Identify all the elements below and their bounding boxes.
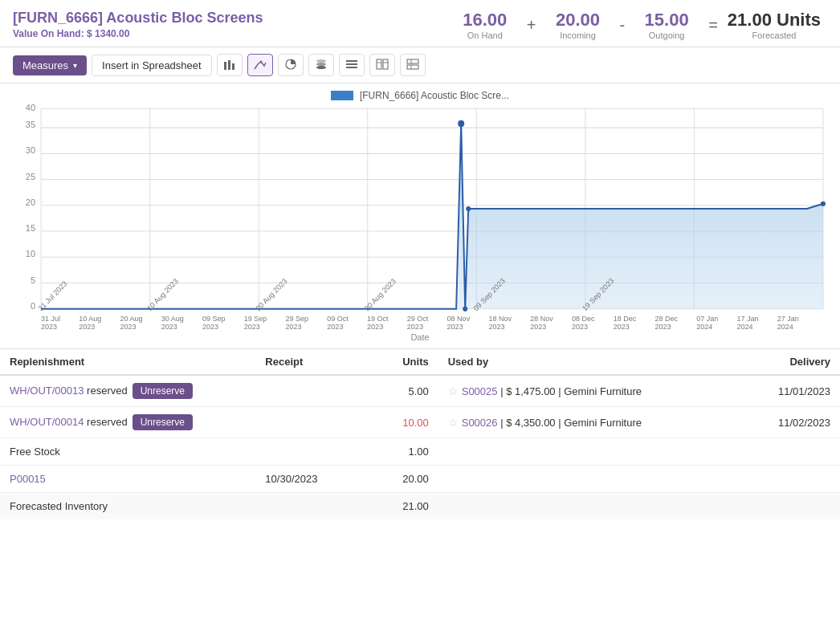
bar-chart-icon	[223, 59, 236, 72]
units-cell: 21.00	[365, 493, 438, 520]
unreserve-button[interactable]: Unreserve	[133, 414, 193, 430]
data-table: Replenishment Receipt Units Used by Deli…	[0, 348, 840, 519]
col-replenishment: Replenishment	[0, 349, 255, 376]
table-row: WH/OUT/00014 reservedUnreserve10.00☆S000…	[0, 407, 840, 438]
table-row: Forecasted Inventory21.00	[0, 493, 840, 520]
used-by-cell: ☆S00025 | $ 1,475.00 | Gemini Furniture	[438, 375, 731, 407]
measures-label: Measures	[22, 59, 68, 71]
svg-text:0: 0	[31, 301, 35, 311]
svg-point-6	[316, 63, 326, 66]
svg-point-5	[316, 66, 326, 69]
insert-spreadsheet-button[interactable]: Insert in Spreadsheet	[92, 55, 212, 76]
incoming-label: Incoming	[545, 31, 610, 40]
pivot1-icon	[376, 59, 389, 72]
replenishment-link[interactable]: WH/OUT/00013	[10, 385, 84, 397]
svg-rect-1	[228, 60, 230, 70]
end-dot	[821, 202, 826, 206]
on-hand-value: 16.00	[453, 10, 517, 31]
line-chart-icon	[254, 59, 267, 72]
replenishment-cell: Forecasted Inventory	[0, 493, 255, 520]
used-by-cell	[438, 466, 731, 493]
svg-point-7	[316, 59, 326, 63]
receipt-cell	[255, 407, 365, 438]
svg-text:30 Aug 2023: 30 Aug 2023	[363, 277, 398, 312]
star-icon[interactable]: ☆	[448, 385, 459, 397]
chart-container: 0 5 10 15 20 25 30 35 40	[13, 104, 827, 313]
used-by-cell	[438, 438, 731, 466]
receipt-cell	[255, 375, 365, 407]
svg-rect-10	[346, 67, 357, 68]
svg-text:20 Aug 2023: 20 Aug 2023	[255, 277, 289, 312]
data-table-container: Replenishment Receipt Units Used by Deli…	[0, 348, 840, 519]
column-chart-button[interactable]	[339, 54, 365, 76]
chart-area: [FURN_6666] Acoustic Bloc Scre... 0 5 10…	[0, 83, 840, 345]
stat-forecasted: 21.00 Units Forecasted	[728, 10, 821, 40]
valley-dot	[463, 307, 467, 311]
header: [FURN_6666] Acoustic Bloc Screens Value …	[0, 0, 840, 47]
svg-rect-16	[407, 65, 418, 69]
table-row: Free Stock1.00	[0, 438, 840, 466]
purchase-order-link[interactable]: P00015	[10, 473, 46, 485]
svg-text:15: 15	[26, 223, 35, 233]
stat-incoming: 20.00 Incoming	[545, 10, 610, 40]
units-cell: 5.00	[365, 375, 438, 407]
toolbar: Measures ▾ Insert in Spreadsheet	[0, 47, 840, 83]
value-label: Value On Hand:	[13, 28, 84, 39]
x-axis-labels: 31 Jul2023 10 Aug2023 20 Aug2023 30 Aug2…	[13, 313, 827, 331]
sale-order-link[interactable]: S00026	[462, 417, 498, 429]
used-by-cell: ☆S00026 | $ 4,350.00 | Gemini Furniture	[438, 407, 731, 438]
col-delivery: Delivery	[731, 349, 840, 376]
line-chart-button[interactable]	[247, 54, 273, 76]
spike-dot	[458, 120, 464, 127]
op-plus: +	[524, 16, 540, 35]
outgoing-value: 15.00	[634, 10, 699, 31]
forecasted-value: 21.00 Units	[728, 10, 821, 31]
measures-dropdown-arrow: ▾	[73, 61, 77, 70]
col-receipt: Receipt	[255, 349, 365, 376]
forecasted-label: Forecasted	[728, 31, 821, 40]
pivot2-icon	[406, 59, 419, 72]
svg-text:10 Aug 2023: 10 Aug 2023	[145, 277, 180, 312]
outgoing-label: Outgoing	[634, 31, 699, 40]
replenishment-cell: WH/OUT/00014 reservedUnreserve	[0, 407, 255, 438]
bar-chart-button[interactable]	[217, 54, 243, 76]
stats-bar: 16.00 On Hand + 20.00 Incoming - 15.00 O…	[453, 10, 821, 40]
stack-chart-button[interactable]	[308, 54, 334, 76]
measures-button[interactable]: Measures ▾	[13, 55, 87, 75]
replenishment-link[interactable]: WH/OUT/00014	[10, 416, 84, 428]
receipt-cell: 10/30/2023	[255, 466, 365, 493]
table-header-row: Replenishment Receipt Units Used by Deli…	[0, 349, 840, 376]
svg-text:40: 40	[26, 104, 35, 112]
svg-rect-12	[383, 59, 388, 69]
sale-order-link[interactable]: S00025	[462, 385, 498, 397]
stack-chart-icon	[315, 59, 328, 72]
svg-rect-8	[346, 60, 357, 62]
on-hand-label: On Hand	[453, 31, 517, 40]
svg-text:25: 25	[26, 171, 35, 181]
svg-text:20: 20	[26, 197, 35, 207]
op-minus: -	[616, 16, 628, 35]
unreserve-button[interactable]: Unreserve	[133, 383, 193, 399]
star-icon[interactable]: ☆	[448, 416, 459, 429]
delivery-cell	[731, 438, 840, 466]
table-row: P0001510/30/202320.00	[0, 466, 840, 493]
pivot2-button[interactable]	[400, 54, 426, 76]
delivery-cell: 11/02/2023	[731, 407, 840, 438]
chart-svg: 0 5 10 15 20 25 30 35 40	[13, 104, 827, 313]
col-units: Units	[365, 349, 438, 376]
pie-chart-icon	[284, 59, 297, 72]
delivery-cell	[731, 466, 840, 493]
replenishment-cell: Free Stock	[0, 438, 255, 466]
replenishment-cell: WH/OUT/00013 reservedUnreserve	[0, 375, 255, 407]
svg-rect-9	[346, 63, 357, 65]
col-used-by: Used by	[438, 349, 731, 376]
product-info: [FURN_6666] Acoustic Bloc Screens Value …	[13, 10, 263, 39]
pie-chart-button[interactable]	[278, 54, 304, 76]
pivot1-button[interactable]	[369, 54, 395, 76]
value-amount: $ 1340.00	[87, 28, 129, 39]
column-chart-icon	[345, 59, 358, 72]
incoming-value: 20.00	[545, 10, 610, 31]
table-row: WH/OUT/00013 reservedUnreserve5.00☆S0002…	[0, 375, 840, 407]
product-title[interactable]: [FURN_6666] Acoustic Bloc Screens	[13, 10, 263, 26]
replenishment-suffix: reserved	[84, 416, 127, 428]
